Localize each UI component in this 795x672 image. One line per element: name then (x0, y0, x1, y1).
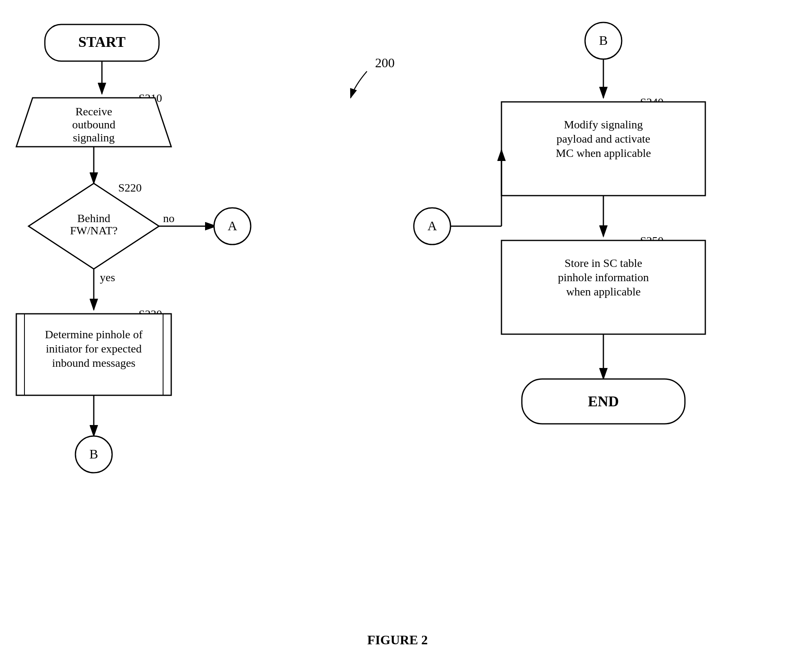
yes-label: yes (100, 271, 115, 284)
diagram-container: START S210 Receive outbound signaling S2… (0, 0, 795, 672)
s230-line1: Determine pinhole of (45, 328, 143, 341)
s250-line2: pinhole information (558, 271, 649, 284)
no-label: no (163, 212, 174, 225)
s220-line2: FW/NAT? (70, 224, 118, 237)
s210-line3: signaling (73, 131, 115, 144)
s250-line1: Store in SC table (565, 257, 643, 269)
s220-step-label: S220 (118, 181, 142, 194)
s240-line3: MC when applicable (556, 147, 651, 159)
s230-line3: inbound messages (52, 357, 136, 369)
figure-number: 200 (375, 55, 395, 70)
s210-line1: Receive (75, 105, 112, 118)
start-label: START (78, 34, 126, 50)
end-label: END (588, 393, 619, 410)
s240-line2: payload and activate (556, 132, 650, 145)
connector-b-top: B (599, 33, 607, 48)
figure-label: FIGURE 2 (367, 632, 428, 648)
s250-line3: when applicable (566, 285, 641, 298)
s220-line1: Behind (77, 212, 110, 225)
s240-line1: Modify signaling (564, 118, 643, 131)
connector-b-bottom: B (89, 447, 98, 461)
connector-a-right: A (427, 218, 437, 233)
s210-line2: outbound (72, 118, 115, 131)
s230-line2: initiator for expected (46, 342, 142, 355)
connector-a-left: A (227, 218, 237, 233)
